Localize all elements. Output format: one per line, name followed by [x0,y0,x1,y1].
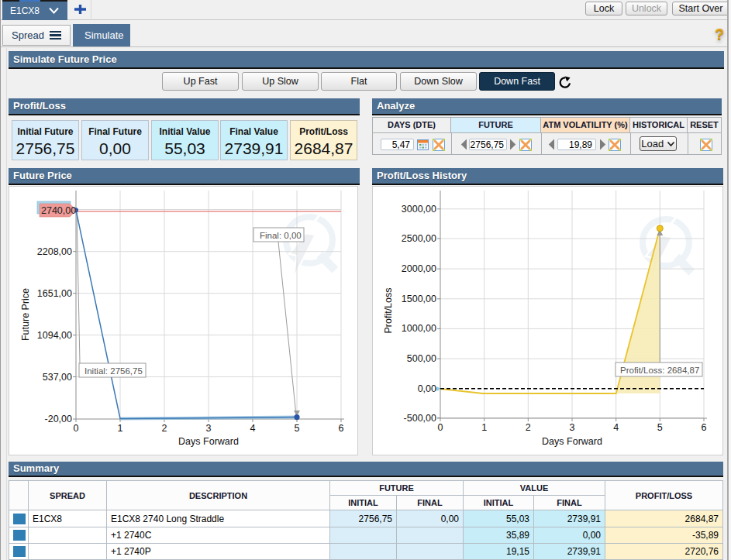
svg-text:1: 1 [481,422,487,433]
svg-text:Final: 0,00: Final: 0,00 [260,231,302,240]
svg-text:0: 0 [438,422,443,433]
svg-text:Profit/Loss: 2684,87: Profit/Loss: 2684,87 [620,366,699,375]
svg-text:1: 1 [118,423,123,434]
svg-text:4: 4 [250,423,256,434]
svg-text:Initial: 2756,75: Initial: 2756,75 [84,366,143,376]
svg-text:5: 5 [295,423,300,434]
svg-text:2000,00: 2000,00 [402,263,436,274]
svg-text:1651,00: 1651,00 [37,288,72,299]
svg-text:Days Forward: Days Forward [178,436,239,447]
svg-text:2: 2 [162,423,167,434]
svg-text:5: 5 [657,422,663,433]
svg-text:2740,00: 2740,00 [41,205,76,216]
svg-text:500,00: 500,00 [407,353,436,364]
svg-text:1094,00: 1094,00 [37,330,72,341]
svg-text:3000,00: 3000,00 [402,204,436,215]
svg-text:6: 6 [339,423,344,434]
svg-text:3: 3 [570,422,575,433]
svg-text:Days Forward: Days Forward [542,436,602,447]
svg-text:0,00: 0,00 [418,383,436,394]
svg-text:Future Price: Future Price [20,288,31,341]
svg-text:3: 3 [206,423,212,434]
svg-text:537,00: 537,00 [43,372,72,383]
svg-text:1000,00: 1000,00 [402,323,436,334]
svg-text:Profit/Loss: Profit/Loss [383,287,394,333]
svg-text:2208,00: 2208,00 [37,246,72,257]
svg-text:2: 2 [526,422,531,433]
svg-text:6: 6 [702,422,707,433]
svg-text:-500,00: -500,00 [404,413,436,424]
svg-text:0: 0 [74,423,79,434]
svg-text:1500,00: 1500,00 [402,294,436,304]
svg-text:-20,00: -20,00 [45,414,72,424]
svg-text:4: 4 [613,422,619,433]
svg-text:2500,00: 2500,00 [402,233,436,244]
